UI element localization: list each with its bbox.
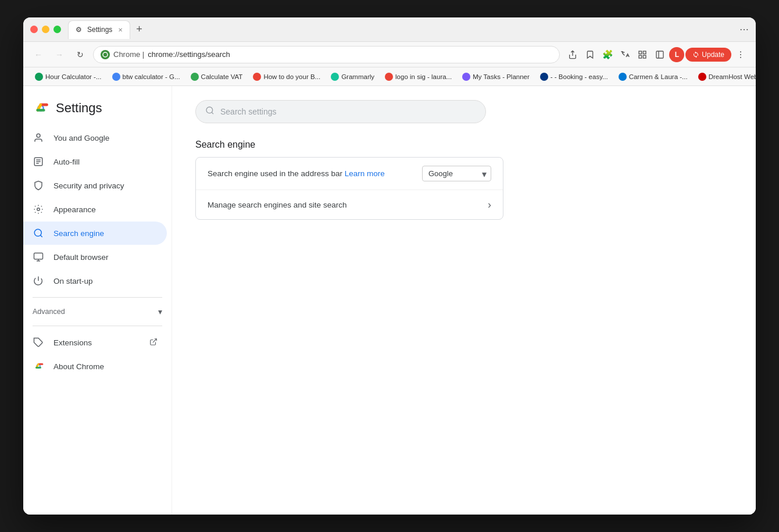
bookmark-icon[interactable] xyxy=(582,47,598,63)
sidebar-item-label: Appearance xyxy=(53,205,96,214)
settings-main: Search settings Search engine Search eng… xyxy=(172,86,756,515)
search-engine-select-row[interactable]: Search engine used in the address bar Le… xyxy=(196,158,503,190)
bookmark-item[interactable]: Calculate VAT xyxy=(186,71,248,83)
bookmark-favicon xyxy=(191,73,199,81)
bookmark-item[interactable]: DreamHost Webm... xyxy=(694,71,756,83)
search-engine-select[interactable]: Google Bing DuckDuckGo Yahoo xyxy=(422,166,491,181)
svg-rect-5 xyxy=(656,51,663,58)
bookmark-item[interactable]: Carmen & Laura -... xyxy=(614,71,692,83)
sidebar-item-search-engine[interactable]: Search engine xyxy=(23,222,167,245)
sidebar-item-security-privacy[interactable]: Security and privacy xyxy=(23,174,167,197)
shield-icon xyxy=(33,180,44,191)
bookmark-favicon xyxy=(619,73,627,81)
chevron-down-icon: ▾ xyxy=(158,307,162,316)
back-button[interactable]: ← xyxy=(30,47,47,63)
manage-arrow-action: › xyxy=(488,199,491,211)
extension-icon[interactable]: 🧩 xyxy=(599,47,616,63)
autofill-icon xyxy=(33,156,44,167)
minimize-button[interactable] xyxy=(42,26,49,33)
manage-search-engines-label: Manage search engines and site search xyxy=(208,201,488,209)
sidebar-item-you-and-google[interactable]: You and Google xyxy=(23,126,167,149)
bookmark-item[interactable]: My Tasks - Planner xyxy=(458,71,534,83)
update-label: Update xyxy=(702,51,724,59)
svg-point-6 xyxy=(740,51,741,52)
search-engine-action: Google Bing DuckDuckGo Yahoo xyxy=(422,166,491,181)
sidebar-divider xyxy=(33,297,162,298)
content-area: Settings You and Google Auto-fill Sec xyxy=(23,86,756,515)
forward-button[interactable]: → xyxy=(51,47,67,63)
puzzle-icon xyxy=(33,337,44,348)
svg-rect-1 xyxy=(639,51,642,54)
svg-rect-4 xyxy=(639,55,642,58)
toolbar-icons: 🧩 L Update xyxy=(564,47,749,63)
sidebar-item-autofill[interactable]: Auto-fill xyxy=(23,150,167,173)
menu-icon[interactable] xyxy=(732,47,749,63)
sidebar-item-on-startup[interactable]: On start-up xyxy=(23,269,167,292)
tab-favicon-icon: ⚙ xyxy=(76,26,84,34)
external-link-icon xyxy=(149,338,158,348)
share-icon[interactable] xyxy=(564,47,581,63)
bookmark-item[interactable]: logo in sig - laura... xyxy=(380,71,456,83)
chrome-logo-icon xyxy=(33,100,49,116)
sidebar-item-appearance[interactable]: Appearance xyxy=(23,198,167,221)
bookmark-item[interactable]: - - Booking - easy... xyxy=(535,71,613,83)
maximize-button[interactable] xyxy=(53,26,61,33)
bookmark-favicon xyxy=(253,73,261,81)
svg-point-13 xyxy=(37,208,40,211)
browser-icon xyxy=(33,251,44,263)
sidebar-item-about-chrome[interactable]: About Chrome xyxy=(23,355,167,378)
bookmark-favicon xyxy=(698,73,706,81)
svg-rect-2 xyxy=(644,51,646,54)
bookmark-item[interactable]: btw calculator - G... xyxy=(108,71,185,83)
bookmark-favicon xyxy=(331,73,339,81)
advanced-label: Advanced xyxy=(33,308,65,316)
search-engine-select-wrapper[interactable]: Google Bing DuckDuckGo Yahoo xyxy=(422,166,491,181)
search-engine-label: Search engine used in the address bar Le… xyxy=(208,169,422,178)
sidebar-item-default-browser[interactable]: Default browser xyxy=(23,245,167,269)
chevron-right-icon: › xyxy=(488,199,491,211)
search-engine-card: Search engine used in the address bar Le… xyxy=(195,157,503,220)
bookmark-favicon xyxy=(112,73,120,81)
chrome-extension-icon[interactable] xyxy=(634,47,651,63)
title-bar: ⚙ Settings ✕ + ⋯ xyxy=(23,17,756,42)
traffic-lights xyxy=(30,26,61,33)
bookmark-favicon xyxy=(35,73,43,81)
active-tab[interactable]: ⚙ Settings ✕ xyxy=(68,20,130,39)
settings-search-bar[interactable]: Search settings xyxy=(195,100,486,123)
tab-title: Settings xyxy=(87,26,112,34)
sidebar-item-extensions[interactable]: Extensions xyxy=(23,331,167,354)
search-input-icon xyxy=(205,106,215,117)
learn-more-link[interactable]: Learn more xyxy=(345,169,385,178)
svg-point-14 xyxy=(34,229,41,236)
svg-point-21 xyxy=(206,107,213,113)
close-button[interactable] xyxy=(30,26,38,33)
sidebar-app-title: Settings xyxy=(56,101,102,116)
svg-point-7 xyxy=(740,54,741,55)
sidebar-icon[interactable] xyxy=(652,47,668,63)
bookmark-favicon xyxy=(385,73,393,81)
tab-close-button[interactable]: ✕ xyxy=(118,27,123,33)
advanced-section-header[interactable]: Advanced ▾ xyxy=(23,302,171,321)
new-tab-button[interactable]: + xyxy=(131,23,147,35)
address-bar[interactable]: Chrome | chrome://settings/search xyxy=(93,46,560,63)
window-menu-icon[interactable]: ⋯ xyxy=(739,24,749,35)
chrome-info-icon xyxy=(33,360,44,372)
manage-search-engines-row[interactable]: Manage search engines and site search › xyxy=(196,190,503,219)
bookmark-item[interactable]: Grammarly xyxy=(326,71,379,83)
refresh-button[interactable]: ↻ xyxy=(72,47,88,63)
update-button[interactable]: Update xyxy=(685,48,731,62)
browser-window: ⚙ Settings ✕ + ⋯ ← → ↻ Chrome | chrome:/… xyxy=(23,17,756,515)
address-bar-row: ← → ↻ Chrome | chrome://settings/search … xyxy=(23,42,756,67)
bookmark-favicon xyxy=(462,73,470,81)
sidebar-item-label: About Chrome xyxy=(53,362,104,371)
section-title: Search engine xyxy=(195,140,732,150)
svg-line-18 xyxy=(153,338,156,342)
search-bar-container: Search settings xyxy=(195,100,732,123)
bookmarks-bar: Hour Calculator -... btw calculator - G.… xyxy=(23,67,756,86)
sidebar-item-label: Extensions xyxy=(53,338,92,347)
appearance-icon xyxy=(33,203,44,215)
profile-avatar[interactable]: L xyxy=(669,47,684,62)
translate-icon[interactable] xyxy=(617,47,633,63)
bookmark-item[interactable]: Hour Calculator -... xyxy=(30,71,106,83)
bookmark-item[interactable]: How to do your B... xyxy=(248,71,325,83)
